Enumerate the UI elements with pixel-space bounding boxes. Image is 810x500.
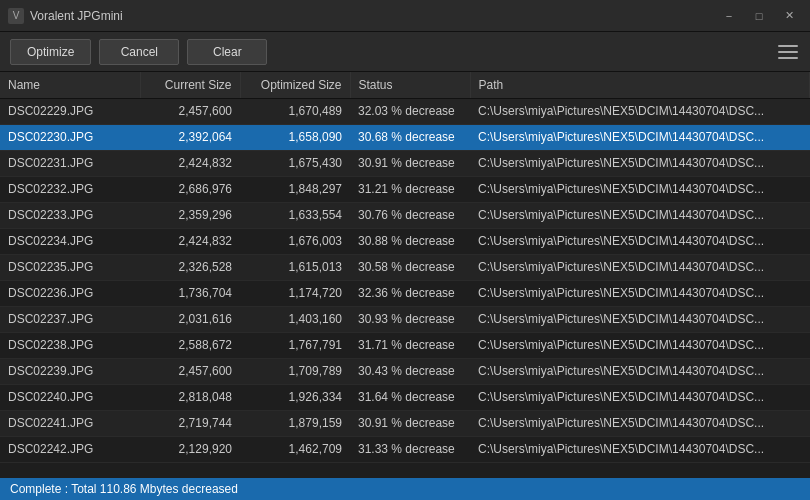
table-row[interactable]: DSC02235.JPG2,326,5281,615,01330.58 % de… bbox=[0, 254, 810, 280]
table-cell: DSC02240.JPG bbox=[0, 384, 140, 410]
table-cell: 1,709,789 bbox=[240, 358, 350, 384]
table-cell: 2,424,832 bbox=[140, 228, 240, 254]
table-cell: DSC02229.JPG bbox=[0, 98, 140, 124]
table-cell: 1,767,791 bbox=[240, 332, 350, 358]
table-cell: 2,424,832 bbox=[140, 150, 240, 176]
table-cell: C:\Users\miya\Pictures\NEX5\DCIM\1443070… bbox=[470, 254, 810, 280]
toolbar: Optimize Cancel Clear bbox=[0, 32, 810, 72]
col-header-status: Status bbox=[350, 72, 470, 98]
window-controls: − □ ✕ bbox=[716, 7, 802, 25]
table-cell: DSC02236.JPG bbox=[0, 280, 140, 306]
file-table-container[interactable]: Name Current Size Optimized Size Status … bbox=[0, 72, 810, 478]
table-cell: 2,129,920 bbox=[140, 436, 240, 462]
table-cell: DSC02235.JPG bbox=[0, 254, 140, 280]
table-cell: C:\Users\miya\Pictures\NEX5\DCIM\1443070… bbox=[470, 202, 810, 228]
table-cell: C:\Users\miya\Pictures\NEX5\DCIM\1443070… bbox=[470, 384, 810, 410]
table-cell: 31.64 % decrease bbox=[350, 384, 470, 410]
table-cell: 1,676,003 bbox=[240, 228, 350, 254]
table-cell: 2,326,528 bbox=[140, 254, 240, 280]
table-cell: 32.36 % decrease bbox=[350, 280, 470, 306]
status-text: Complete : Total 110.86 Mbytes decreased bbox=[10, 482, 238, 496]
table-cell: 2,719,744 bbox=[140, 410, 240, 436]
table-row[interactable]: DSC02241.JPG2,719,7441,879,15930.91 % de… bbox=[0, 410, 810, 436]
table-cell: 2,457,600 bbox=[140, 358, 240, 384]
table-cell: 1,658,090 bbox=[240, 124, 350, 150]
table-row[interactable]: DSC02233.JPG2,359,2961,633,55430.76 % de… bbox=[0, 202, 810, 228]
table-cell: C:\Users\miya\Pictures\NEX5\DCIM\1443070… bbox=[470, 124, 810, 150]
table-cell: DSC02238.JPG bbox=[0, 332, 140, 358]
table-cell: DSC02230.JPG bbox=[0, 124, 140, 150]
table-cell: C:\Users\miya\Pictures\NEX5\DCIM\1443070… bbox=[470, 332, 810, 358]
table-row[interactable]: DSC02236.JPG1,736,7041,174,72032.36 % de… bbox=[0, 280, 810, 306]
table-cell: DSC02233.JPG bbox=[0, 202, 140, 228]
app-icon: V bbox=[8, 8, 24, 24]
table-cell: C:\Users\miya\Pictures\NEX5\DCIM\1443070… bbox=[470, 280, 810, 306]
table-cell: 1,462,709 bbox=[240, 436, 350, 462]
table-cell: 1,926,334 bbox=[240, 384, 350, 410]
table-cell: DSC02231.JPG bbox=[0, 150, 140, 176]
table-cell: 30.88 % decrease bbox=[350, 228, 470, 254]
col-header-path: Path bbox=[470, 72, 810, 98]
table-row[interactable]: DSC02237.JPG2,031,6161,403,16030.93 % de… bbox=[0, 306, 810, 332]
table-cell: 1,403,160 bbox=[240, 306, 350, 332]
optimize-button[interactable]: Optimize bbox=[10, 39, 91, 65]
table-cell: 1,174,720 bbox=[240, 280, 350, 306]
close-button[interactable]: ✕ bbox=[776, 7, 802, 25]
table-cell: 30.93 % decrease bbox=[350, 306, 470, 332]
table-cell: 1,736,704 bbox=[140, 280, 240, 306]
window-title: Voralent JPGmini bbox=[30, 9, 123, 23]
table-cell: C:\Users\miya\Pictures\NEX5\DCIM\1443070… bbox=[470, 436, 810, 462]
clear-button[interactable]: Clear bbox=[187, 39, 267, 65]
table-cell: 31.21 % decrease bbox=[350, 176, 470, 202]
table-cell: C:\Users\miya\Pictures\NEX5\DCIM\1443070… bbox=[470, 228, 810, 254]
table-header: Name Current Size Optimized Size Status … bbox=[0, 72, 810, 98]
table-cell: DSC02234.JPG bbox=[0, 228, 140, 254]
table-cell: 30.58 % decrease bbox=[350, 254, 470, 280]
maximize-button[interactable]: □ bbox=[746, 7, 772, 25]
col-header-optimized: Optimized Size bbox=[240, 72, 350, 98]
table-body: DSC02229.JPG2,457,6001,670,48932.03 % de… bbox=[0, 98, 810, 462]
table-cell: C:\Users\miya\Pictures\NEX5\DCIM\1443070… bbox=[470, 98, 810, 124]
table-row[interactable]: DSC02230.JPG2,392,0641,658,09030.68 % de… bbox=[0, 124, 810, 150]
cancel-button[interactable]: Cancel bbox=[99, 39, 179, 65]
title-bar: V Voralent JPGmini − □ ✕ bbox=[0, 0, 810, 32]
minimize-button[interactable]: − bbox=[716, 7, 742, 25]
table-cell: 1,848,297 bbox=[240, 176, 350, 202]
table-cell: 2,392,064 bbox=[140, 124, 240, 150]
col-header-name: Name bbox=[0, 72, 140, 98]
table-cell: DSC02232.JPG bbox=[0, 176, 140, 202]
table-row[interactable]: DSC02229.JPG2,457,6001,670,48932.03 % de… bbox=[0, 98, 810, 124]
table-cell: 2,359,296 bbox=[140, 202, 240, 228]
table-cell: 2,031,616 bbox=[140, 306, 240, 332]
table-row[interactable]: DSC02239.JPG2,457,6001,709,78930.43 % de… bbox=[0, 358, 810, 384]
table-cell: 2,818,048 bbox=[140, 384, 240, 410]
table-row[interactable]: DSC02234.JPG2,424,8321,676,00330.88 % de… bbox=[0, 228, 810, 254]
table-cell: 30.43 % decrease bbox=[350, 358, 470, 384]
table-cell: C:\Users\miya\Pictures\NEX5\DCIM\1443070… bbox=[470, 306, 810, 332]
table-cell: 31.71 % decrease bbox=[350, 332, 470, 358]
table-row[interactable]: DSC02240.JPG2,818,0481,926,33431.64 % de… bbox=[0, 384, 810, 410]
table-cell: 1,879,159 bbox=[240, 410, 350, 436]
table-cell: C:\Users\miya\Pictures\NEX5\DCIM\1443070… bbox=[470, 150, 810, 176]
table-row[interactable]: DSC02232.JPG2,686,9761,848,29731.21 % de… bbox=[0, 176, 810, 202]
table-cell: 1,670,489 bbox=[240, 98, 350, 124]
table-row[interactable]: DSC02231.JPG2,424,8321,675,43030.91 % de… bbox=[0, 150, 810, 176]
table-row[interactable]: DSC02238.JPG2,588,6721,767,79131.71 % de… bbox=[0, 332, 810, 358]
table-cell: 30.91 % decrease bbox=[350, 410, 470, 436]
table-cell: 1,675,430 bbox=[240, 150, 350, 176]
table-cell: 30.76 % decrease bbox=[350, 202, 470, 228]
table-cell: DSC02242.JPG bbox=[0, 436, 140, 462]
table-cell: DSC02237.JPG bbox=[0, 306, 140, 332]
table-cell: C:\Users\miya\Pictures\NEX5\DCIM\1443070… bbox=[470, 410, 810, 436]
table-cell: 1,615,013 bbox=[240, 254, 350, 280]
table-cell: 32.03 % decrease bbox=[350, 98, 470, 124]
table-cell: C:\Users\miya\Pictures\NEX5\DCIM\1443070… bbox=[470, 358, 810, 384]
table-cell: 2,686,976 bbox=[140, 176, 240, 202]
menu-button[interactable] bbox=[776, 40, 800, 64]
table-cell: DSC02241.JPG bbox=[0, 410, 140, 436]
table-cell: DSC02239.JPG bbox=[0, 358, 140, 384]
table-cell: 1,633,554 bbox=[240, 202, 350, 228]
table-cell: 31.33 % decrease bbox=[350, 436, 470, 462]
table-row[interactable]: DSC02242.JPG2,129,9201,462,70931.33 % de… bbox=[0, 436, 810, 462]
status-bar: Complete : Total 110.86 Mbytes decreased bbox=[0, 478, 810, 500]
